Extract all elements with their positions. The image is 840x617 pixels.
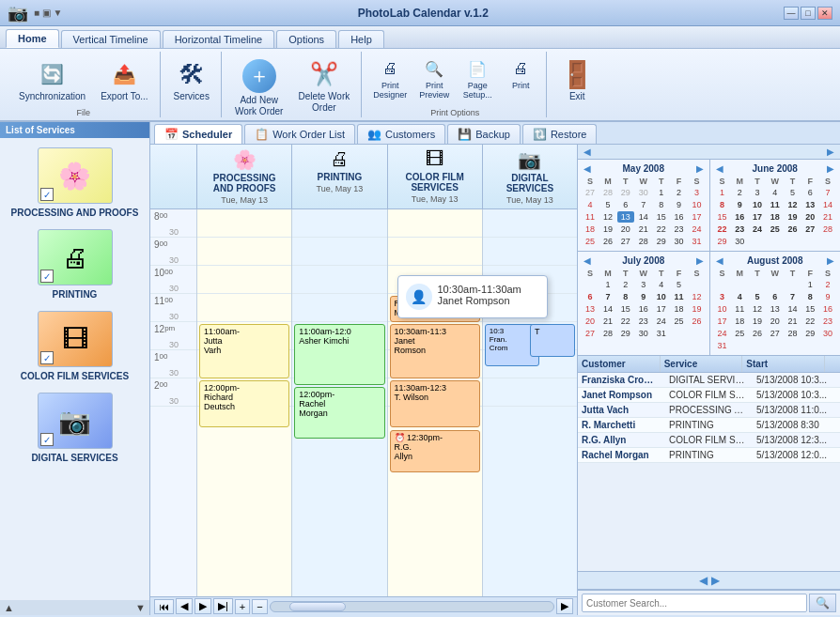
customer-row[interactable]: R. Marchetti PRINTING 5/13/2008 8:30 [578,418,840,433]
aug-d26[interactable]: 26 [749,328,766,339]
aug-d12[interactable]: 12 [749,303,766,315]
exit-button[interactable]: 🚪 Exit [554,55,599,106]
customer-row[interactable]: R.G. Allyn COLOR FILM SERVI... 5/13/2008… [578,433,840,448]
july-d16[interactable]: 16 [635,303,652,315]
may-prev[interactable]: ◀ [582,163,593,174]
june-d29[interactable]: 29 [714,236,731,247]
event-digital-t[interactable]: T [530,324,575,357]
print-designer-button[interactable]: 🖨 PrintDesigner [369,55,411,102]
july-d17[interactable]: 17 [653,303,670,315]
july-d3[interactable]: 3 [635,279,652,290]
aug-d29[interactable]: 29 [801,328,818,339]
may-d3[interactable]: 3 [689,187,706,198]
aug-d1[interactable]: 1 [801,279,818,290]
aug-d17[interactable]: 17 [714,316,731,327]
july-d7[interactable]: 7 [599,291,616,302]
june-d21[interactable]: 21 [819,211,836,223]
may-d11[interactable]: 11 [582,211,599,223]
aug-d4[interactable]: 4 [731,291,748,302]
may-d19[interactable]: 19 [599,224,616,235]
aug-d18[interactable]: 18 [731,316,748,327]
print-button[interactable]: 🖨 Print [501,55,540,93]
july-d24[interactable]: 24 [653,316,670,327]
may-d24[interactable]: 24 [689,224,706,235]
may-d29[interactable]: 29 [617,187,634,198]
july-d11[interactable]: 11 [671,291,688,302]
customer-search-input[interactable] [582,594,807,612]
bottom-scrollbar[interactable] [270,601,554,612]
aug-d31[interactable]: 31 [714,340,731,351]
aug-d8[interactable]: 8 [801,291,818,302]
june-d26[interactable]: 26 [785,224,801,235]
june-d4[interactable]: 4 [767,187,784,198]
may-d13[interactable]: 13 [617,211,634,223]
close-button[interactable]: ✕ [817,7,832,20]
aug-d22[interactable]: 22 [801,316,818,327]
may-d8[interactable]: 8 [653,199,670,210]
july-d25[interactable]: 25 [671,316,688,327]
july-d12[interactable]: 12 [689,291,706,302]
aug-d15[interactable]: 15 [801,303,818,315]
may-d15[interactable]: 15 [653,211,670,223]
june-prev[interactable]: ◀ [714,163,725,174]
july-d31[interactable]: 31 [653,328,670,339]
june-d11[interactable]: 11 [767,199,784,210]
may-d27[interactable]: 27 [582,187,599,198]
tab-backup[interactable]: 💾 Backup [447,124,521,144]
june-d16[interactable]: 16 [731,211,748,223]
tab-vertical-timeline[interactable]: Vertical Timeline [61,30,161,48]
may-d17[interactable]: 17 [689,211,706,223]
july-d30[interactable]: 30 [635,328,652,339]
june-d20[interactable]: 20 [801,211,818,223]
services-button[interactable]: 🛠 Services [168,55,215,106]
july-prev[interactable]: ◀ [582,255,593,266]
nav-last-button[interactable]: ▶| [213,598,233,614]
july-d4[interactable]: 4 [653,279,670,290]
may-d2[interactable]: 2 [671,187,688,198]
nav-add-button[interactable]: + [235,599,250,614]
event-rachel[interactable]: 12:00pm-RachelMorgan [294,387,384,439]
aug-d27[interactable]: 27 [767,328,784,339]
may-d25[interactable]: 25 [582,236,599,247]
may-d20[interactable]: 20 [617,224,634,235]
scroll-down-arrow[interactable]: ▼ [135,602,146,613]
may-d6[interactable]: 6 [617,199,634,210]
june-d28[interactable]: 28 [819,224,836,235]
aug-d13[interactable]: 13 [767,303,784,315]
service-item-digital[interactable]: 📷 ✓ DIGITAL SERVICES [4,387,146,469]
july-next[interactable]: ▶ [694,255,706,266]
may-d31[interactable]: 31 [689,236,706,247]
customer-row[interactable]: Jutta Vach PROCESSING AND... 5/13/2008 1… [578,403,840,418]
july-d29[interactable]: 29 [617,328,634,339]
aug-d6[interactable]: 6 [767,291,784,302]
aug-d19[interactable]: 19 [749,316,766,327]
aug-d24[interactable]: 24 [714,328,731,339]
july-d1[interactable]: 1 [599,279,616,290]
tab-work-order-list[interactable]: 📋 Work Order List [244,124,355,144]
july-d2[interactable]: 2 [617,279,634,290]
july-d20[interactable]: 20 [582,316,599,327]
june-d22[interactable]: 22 [714,224,731,235]
cal-nav-right[interactable]: ▶ [825,147,836,157]
may-d21[interactable]: 21 [635,224,652,235]
july-d19[interactable]: 19 [689,303,706,315]
july-d15[interactable]: 15 [617,303,634,315]
july-d22[interactable]: 22 [617,316,634,327]
service-item-processing[interactable]: 🌸 ✓ PROCESSING AND PROOFS [4,142,146,224]
may-d16[interactable]: 16 [671,211,688,223]
july-d9[interactable]: 9 [635,291,652,302]
maximize-button[interactable]: □ [801,7,816,20]
cal-nav-left[interactable]: ◀ [582,147,593,157]
may-d9[interactable]: 9 [671,199,688,210]
tab-home[interactable]: Home [6,29,59,48]
aug-d9[interactable]: 9 [819,291,836,302]
july-d23[interactable]: 23 [635,316,652,327]
add-work-order-button[interactable]: ＋ Add NewWork Order [229,55,289,121]
tab-scheduler[interactable]: 📅 Scheduler [154,124,242,144]
aug-d21[interactable]: 21 [785,316,801,327]
may-d7[interactable]: 7 [635,199,652,210]
customer-row[interactable]: Rachel Morgan PRINTING 5/13/2008 12:0... [578,448,840,463]
service-item-color-film[interactable]: 🎞 ✓ COLOR FILM SERVICES [4,305,146,387]
service-check-color-film[interactable]: ✓ [40,351,54,364]
may-d12[interactable]: 12 [599,211,616,223]
